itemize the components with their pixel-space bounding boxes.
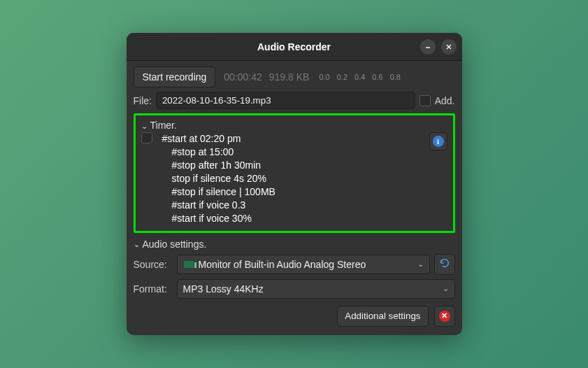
timer-enable-checkbox[interactable] — [141, 132, 152, 143]
add-checkbox[interactable] — [420, 95, 431, 106]
timer-header-label: Timer. — [150, 120, 177, 131]
file-label: File: — [134, 95, 152, 106]
format-label: Format: — [134, 283, 173, 295]
start-recording-button[interactable]: Start recording — [134, 66, 216, 87]
minimize-button[interactable] — [420, 39, 436, 55]
level-tick: 0.0 — [319, 73, 329, 81]
timer-info-button[interactable]: i — [429, 132, 447, 150]
level-tick: 0.6 — [372, 73, 382, 81]
format-select[interactable]: MP3 Lossy 44KHz ⌄ — [177, 279, 455, 299]
content: Start recording 00:00:42 919.8 KB 0.0 0.… — [127, 61, 462, 334]
timer-line: #stop if silence | 100MB — [162, 185, 275, 199]
format-row: Format: MP3 Lossy 44KHz ⌄ — [134, 279, 455, 299]
add-label: Add. — [435, 95, 455, 106]
minimize-icon — [424, 43, 431, 50]
info-icon: i — [433, 136, 444, 147]
close-app-button[interactable]: ✕ — [434, 306, 455, 327]
timer-line: stop if silence 4s 20% — [162, 172, 275, 185]
source-label: Source: — [134, 259, 173, 270]
timer-line: #start if voice 30% — [162, 212, 275, 225]
timer-body: #start at 02:20 pm #stop at 15:00 #stop … — [141, 132, 447, 225]
format-value: MP3 Lossy 44KHz — [183, 283, 264, 295]
timer-line: #start at 02:20 pm — [162, 133, 241, 144]
level-tick: 0.8 — [390, 73, 401, 81]
footer: Additional settings ✕ — [134, 306, 455, 327]
timer-line: #stop after 1h 30min — [162, 159, 275, 172]
audio-device-icon — [183, 260, 194, 269]
timer-commands[interactable]: #start at 02:20 pm #stop at 15:00 #stop … — [159, 132, 275, 225]
window-title: Audio Recorder — [257, 41, 331, 52]
toolbar-row: Start recording 00:00:42 919.8 KB 0.0 0.… — [134, 66, 455, 87]
source-value: Monitor of Built-in Audio Analog Stereo — [199, 259, 366, 270]
window-controls — [420, 39, 457, 55]
file-size: 919.8 KB — [269, 71, 310, 83]
audio-settings-label: Audio settings. — [143, 239, 207, 250]
timer-line: #stop at 15:00 — [162, 146, 275, 159]
titlebar: Audio Recorder — [127, 33, 462, 61]
file-row: File: Add. — [134, 92, 455, 109]
audio-settings-header[interactable]: ⌄ Audio settings. — [134, 239, 455, 250]
close-icon — [445, 43, 452, 50]
chevron-down-icon: ⌄ — [443, 284, 449, 293]
elapsed-time: 00:00:42 — [224, 71, 262, 83]
source-select[interactable]: Monitor of Built-in Audio Analog Stereo … — [177, 255, 430, 274]
source-row: Source: Monitor of Built-in Audio Analog… — [134, 254, 455, 275]
refresh-icon — [439, 257, 450, 271]
timer-header[interactable]: ⌄ Timer. — [141, 120, 447, 131]
close-red-icon: ✕ — [439, 311, 450, 322]
additional-settings-button[interactable]: Additional settings — [337, 306, 428, 327]
file-name-input[interactable] — [156, 92, 415, 109]
level-tick: 0.2 — [337, 73, 347, 81]
timer-line: #start if voice 0.3 — [162, 199, 275, 212]
app-window: Audio Recorder Start recording 00:00:42 … — [127, 33, 462, 334]
close-window-button[interactable] — [441, 39, 457, 55]
chevron-down-icon: ⌄ — [134, 240, 140, 249]
level-meter-ticks: 0.0 0.2 0.4 0.6 0.8 — [319, 73, 400, 81]
chevron-down-icon: ⌄ — [417, 260, 424, 269]
level-tick: 0.4 — [354, 73, 365, 81]
timer-section: ⌄ Timer. #start at 02:20 pm #stop at 15:… — [134, 113, 455, 232]
chevron-down-icon: ⌄ — [141, 122, 148, 131]
refresh-sources-button[interactable] — [434, 254, 455, 275]
